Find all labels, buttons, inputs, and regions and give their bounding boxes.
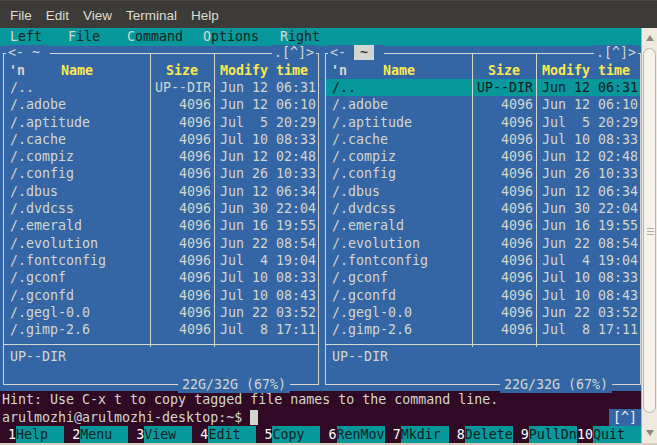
fkey-label: Quit [593, 426, 641, 443]
file-modify-time: Jun 16 19:55 [536, 217, 640, 234]
fkey-copy-button[interactable]: 5Copy [256, 426, 320, 443]
panel-right-file-list: /..UP--DIRJun 12 06:31/.adobe4096Jun 12 … [326, 79, 640, 339]
file-row[interactable]: /.cache4096Jul 10 08:33 [326, 131, 640, 148]
panel-right-disk-usage: 22G/32G (67%) [500, 377, 612, 393]
function-key-bar: 1Help2Menu3View4Edit5Copy6RenMov7Mkdir8D… [0, 426, 641, 443]
file-row[interactable]: /.aptitude4096Jul 5 20:29 [4, 114, 318, 131]
file-row[interactable]: /.gconf4096Jul 10 08:33 [326, 269, 640, 286]
fkey-mkdir-button[interactable]: 7Mkdir [385, 426, 449, 443]
panel-right-column-headers: 'nName Size Modify time [326, 62, 640, 79]
panel-right-path[interactable]: ~ [354, 45, 374, 60]
file-row[interactable]: /.compiz4096Jun 12 02:48 [4, 148, 318, 165]
file-row[interactable]: /.config4096Jun 26 10:33 [4, 165, 318, 182]
column-header-name[interactable]: 'nName [4, 62, 150, 79]
file-row[interactable]: /.gconfd4096Jul 10 08:43 [326, 287, 640, 304]
fkey-delete-button[interactable]: 8Delete [449, 426, 513, 443]
panel-right-corner-controls[interactable]: .[^]> [594, 45, 638, 61]
fkey-menu-button[interactable]: 2Menu [64, 426, 128, 443]
scroll-down-icon[interactable] [646, 430, 654, 436]
file-row[interactable]: /.gconf4096Jul 10 08:33 [4, 269, 318, 286]
scrollbar[interactable] [641, 28, 657, 445]
panel-right-path-header[interactable]: <- ~ [328, 45, 384, 61]
column-header-modify-time[interactable]: Modify time [214, 62, 318, 79]
file-name: /.gconf [326, 269, 472, 286]
mc-menu-right[interactable]: Right [280, 28, 320, 46]
file-name: /.gconfd [4, 287, 150, 304]
file-row[interactable]: /.gimp-2.64096Jul 8 17:11 [4, 321, 318, 338]
file-row[interactable]: /.gegl-0.04096Jun 22 03:52 [4, 304, 318, 321]
file-name: /.gconfd [326, 287, 472, 304]
file-row[interactable]: /.dvdcss4096Jun 30 22:04 [4, 200, 318, 217]
file-size: 4096 [472, 287, 536, 304]
menu-item-terminal[interactable]: Terminal [119, 8, 184, 23]
file-row[interactable]: /..UP--DIRJun 12 06:31 [326, 79, 640, 96]
mc-menu-file[interactable]: File [68, 28, 100, 46]
file-size: 4096 [472, 96, 536, 113]
file-name: /.adobe [4, 96, 150, 113]
updir-button[interactable]: [^] [609, 409, 641, 426]
file-row[interactable]: /.fontconfig4096Jul 4 19:04 [326, 252, 640, 269]
file-modify-time: Jul 10 08:33 [214, 269, 318, 286]
file-size: 4096 [472, 252, 536, 269]
menu-item-view[interactable]: View [76, 8, 119, 23]
file-row[interactable]: /.fontconfig4096Jul 4 19:04 [4, 252, 318, 269]
mc-menu-command[interactable]: Command [127, 28, 183, 46]
file-modify-time: Jun 30 22:04 [214, 200, 318, 217]
history-back-icon[interactable]: <- [330, 45, 346, 60]
fkey-number: 8 [449, 426, 465, 443]
command-line[interactable]: arulmozhi@arulmozhi-desktop:~$[^] [0, 409, 643, 426]
scrollbar-handle[interactable] [643, 48, 656, 413]
file-row[interactable]: /.config4096Jun 26 10:33 [326, 165, 640, 182]
column-header-modify-time[interactable]: Modify time [536, 62, 640, 79]
fkey-number: 1 [0, 426, 16, 443]
file-row[interactable]: /.cache4096Jul 10 08:33 [4, 131, 318, 148]
file-row[interactable]: /.aptitude4096Jul 5 20:29 [326, 114, 640, 131]
menu-item-help[interactable]: Help [184, 8, 226, 23]
file-row[interactable]: /.compiz4096Jun 12 02:48 [326, 148, 640, 165]
file-size: 4096 [150, 217, 214, 234]
file-modify-time: Jun 12 06:10 [536, 96, 640, 113]
fkey-view-button[interactable]: 3View [128, 426, 192, 443]
file-row[interactable]: /.dbus4096Jun 12 06:34 [4, 183, 318, 200]
fkey-label: Menu [80, 426, 128, 443]
column-header-name[interactable]: 'nName [326, 62, 472, 79]
file-row[interactable]: /.evolution4096Jun 22 08:54 [326, 235, 640, 252]
file-row[interactable]: /.dvdcss4096Jun 30 22:04 [326, 200, 640, 217]
file-row[interactable]: /.adobe4096Jun 12 06:10 [4, 96, 318, 113]
fkey-edit-button[interactable]: 4Edit [192, 426, 256, 443]
panel-left-disk-usage: 22G/32G (67%) [178, 377, 290, 393]
history-back-icon[interactable]: <- [8, 45, 24, 60]
mc-menu-left[interactable]: Left [10, 28, 42, 46]
menu-item-file[interactable]: File [3, 8, 39, 23]
panel-left-path[interactable]: ~ [32, 45, 40, 60]
file-row[interactable]: /.gegl-0.04096Jun 22 03:52 [326, 304, 640, 321]
hint-line: Hint: Use C-x t to copy tagged file name… [0, 391, 643, 408]
file-name: /.config [4, 165, 150, 182]
file-row[interactable]: /..UP--DIRJun 12 06:31 [4, 79, 318, 96]
file-row[interactable]: /.dbus4096Jun 12 06:34 [326, 183, 640, 200]
panel-left-path-header[interactable]: <- ~ [6, 45, 50, 61]
mc-menu-options[interactable]: Options [203, 28, 259, 46]
column-header-size[interactable]: Size [472, 62, 536, 79]
fkey-quit-button[interactable]: 10Quit [577, 426, 641, 443]
scroll-up-icon[interactable] [646, 35, 654, 41]
file-size: 4096 [472, 235, 536, 252]
column-header-size[interactable]: Size [150, 62, 214, 79]
file-name: /.fontconfig [326, 252, 472, 269]
file-row[interactable]: /.gconfd4096Jul 10 08:43 [4, 287, 318, 304]
fkey-pulldn-button[interactable]: 9PullDn [513, 426, 577, 443]
file-modify-time: Jun 12 06:10 [214, 96, 318, 113]
file-panel-left: <- ~ .[^]> 'nName Size Modify time /..UP… [3, 53, 319, 385]
fkey-renmov-button[interactable]: 6RenMov [320, 426, 384, 443]
column-separator [214, 54, 215, 347]
panel-left-corner-controls[interactable]: .[^]> [272, 45, 316, 61]
menu-item-edit[interactable]: Edit [39, 8, 76, 23]
file-row[interactable]: /.emerald4096Jun 16 19:55 [326, 217, 640, 234]
fkey-help-button[interactable]: 1Help [0, 426, 64, 443]
file-name: /.. [4, 79, 150, 96]
file-row[interactable]: /.emerald4096Jun 16 19:55 [4, 217, 318, 234]
file-row[interactable]: /.evolution4096Jun 22 08:54 [4, 235, 318, 252]
file-row[interactable]: /.adobe4096Jun 12 06:10 [326, 96, 640, 113]
file-row[interactable]: /.gimp-2.64096Jul 8 17:11 [326, 321, 640, 338]
file-size: 4096 [150, 165, 214, 182]
